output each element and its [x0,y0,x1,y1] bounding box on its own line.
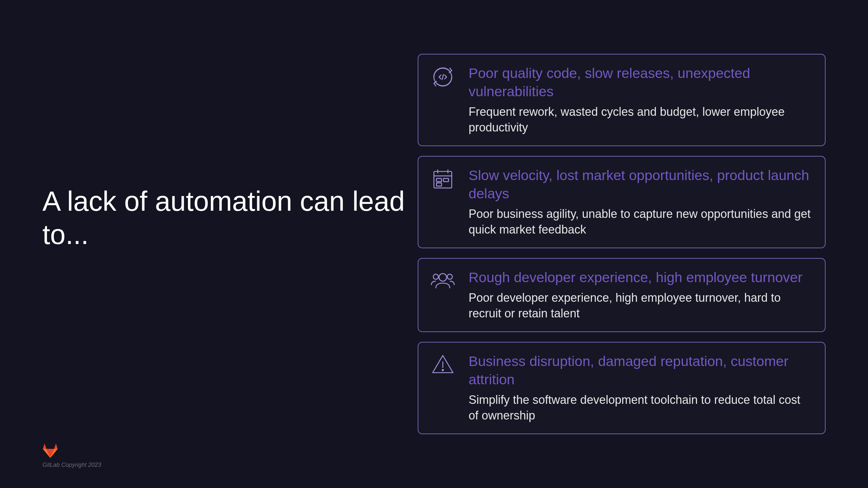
card-title: Slow velocity, lost market opportunities… [469,166,812,203]
card-experience: Rough developer experience, high employe… [418,258,826,332]
svg-point-12 [442,369,443,371]
card-content: Slow velocity, lost market opportunities… [469,166,812,238]
card-description: Poor developer experience, high employee… [469,290,812,322]
svg-line-0 [442,74,443,79]
svg-point-8 [439,274,446,281]
card-disruption: Business disruption, damaged reputation,… [418,342,826,434]
card-content: Poor quality code, slow releases, unexpe… [469,64,812,136]
svg-rect-7 [437,183,442,186]
card-quality: Poor quality code, slow releases, unexpe… [418,54,826,146]
card-title: Business disruption, damaged reputation,… [469,352,812,389]
svg-point-9 [433,274,439,279]
card-description: Frequent rework, wasted cycles and budge… [469,104,812,136]
card-description: Poor business agility, unable to capture… [469,206,812,238]
svg-point-10 [447,274,453,279]
slide-title: A lack of automation can lead to... [42,185,418,251]
people-group-icon [430,268,456,294]
warning-triangle-icon [430,352,456,378]
code-cycle-icon [430,64,456,90]
svg-rect-5 [437,178,442,182]
calendar-kanban-icon [430,166,456,192]
card-title: Poor quality code, slow releases, unexpe… [469,64,812,101]
card-title: Rough developer experience, high employe… [469,268,812,287]
svg-rect-6 [443,178,449,182]
right-column: Poor quality code, slow releases, unexpe… [418,0,868,488]
card-velocity: Slow velocity, lost market opportunities… [418,156,826,248]
gitlab-logo-icon [42,443,58,458]
copyright-text: GitLab Copyright 2023 [42,462,101,468]
slide: A lack of automation can lead to... GitL… [0,0,868,488]
card-description: Simplify the software development toolch… [469,392,812,424]
card-content: Rough developer experience, high employe… [469,268,812,322]
footer: GitLab Copyright 2023 [42,443,101,468]
card-content: Business disruption, damaged reputation,… [469,352,812,424]
left-column: A lack of automation can lead to... GitL… [0,0,418,488]
